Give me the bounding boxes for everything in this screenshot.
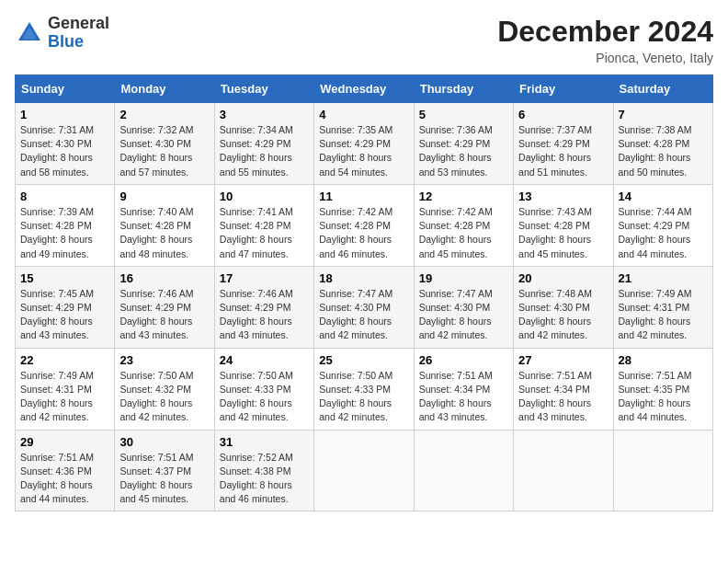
day-number: 22 <box>20 353 109 367</box>
day-number: 24 <box>220 353 309 367</box>
col-header-tuesday: Tuesday <box>214 75 313 103</box>
day-number: 27 <box>518 353 608 367</box>
day-cell: 23Sunrise: 7:50 AMSunset: 4:32 PMDayligh… <box>115 348 214 430</box>
day-number: 6 <box>518 108 608 121</box>
day-cell: 5Sunrise: 7:36 AMSunset: 4:29 PMDaylight… <box>414 103 513 185</box>
col-header-wednesday: Wednesday <box>314 75 414 103</box>
day-info: Sunrise: 7:36 AMSunset: 4:29 PMDaylight:… <box>419 123 508 179</box>
day-number: 2 <box>119 108 209 121</box>
day-cell: 15Sunrise: 7:45 AMSunset: 4:29 PMDayligh… <box>16 266 115 348</box>
day-cell: 17Sunrise: 7:46 AMSunset: 4:29 PMDayligh… <box>214 266 313 348</box>
day-info: Sunrise: 7:46 AMSunset: 4:29 PMDaylight:… <box>220 287 309 343</box>
day-info: Sunrise: 7:47 AMSunset: 4:30 PMDaylight:… <box>419 287 508 343</box>
day-info: Sunrise: 7:48 AMSunset: 4:30 PMDaylight:… <box>518 287 608 343</box>
day-info: Sunrise: 7:51 AMSunset: 4:34 PMDaylight:… <box>518 369 608 425</box>
day-cell: 29Sunrise: 7:51 AMSunset: 4:36 PMDayligh… <box>16 430 115 511</box>
day-number: 20 <box>518 271 608 285</box>
calendar-header-row: SundayMondayTuesdayWednesdayThursdayFrid… <box>16 75 713 103</box>
day-number: 19 <box>419 271 508 285</box>
day-cell: 6Sunrise: 7:37 AMSunset: 4:29 PMDaylight… <box>514 103 613 185</box>
col-header-monday: Monday <box>115 75 214 103</box>
day-info: Sunrise: 7:46 AMSunset: 4:29 PMDaylight:… <box>119 287 209 343</box>
day-info: Sunrise: 7:42 AMSunset: 4:28 PMDaylight:… <box>419 205 508 261</box>
day-cell: 14Sunrise: 7:44 AMSunset: 4:29 PMDayligh… <box>613 184 712 266</box>
day-cell: 27Sunrise: 7:51 AMSunset: 4:34 PMDayligh… <box>514 348 613 430</box>
day-cell: 13Sunrise: 7:43 AMSunset: 4:28 PMDayligh… <box>514 184 613 266</box>
day-cell <box>414 430 513 511</box>
day-cell: 8Sunrise: 7:39 AMSunset: 4:28 PMDaylight… <box>16 184 115 266</box>
day-cell: 1Sunrise: 7:31 AMSunset: 4:30 PMDaylight… <box>16 103 115 185</box>
day-info: Sunrise: 7:47 AMSunset: 4:30 PMDaylight:… <box>319 287 408 343</box>
day-number: 8 <box>20 190 109 203</box>
month-title: December 2024 <box>497 15 713 49</box>
location: Pionca, Veneto, Italy <box>497 51 713 65</box>
day-info: Sunrise: 7:42 AMSunset: 4:28 PMDaylight:… <box>319 205 408 261</box>
day-info: Sunrise: 7:50 AMSunset: 4:33 PMDaylight:… <box>220 369 309 425</box>
title-block: December 2024 Pionca, Veneto, Italy <box>497 15 713 65</box>
day-info: Sunrise: 7:40 AMSunset: 4:28 PMDaylight:… <box>119 205 209 261</box>
day-number: 14 <box>619 190 708 203</box>
day-number: 1 <box>20 108 109 121</box>
day-cell: 30Sunrise: 7:51 AMSunset: 4:37 PMDayligh… <box>115 430 214 511</box>
day-info: Sunrise: 7:51 AMSunset: 4:34 PMDaylight:… <box>419 369 508 425</box>
day-info: Sunrise: 7:31 AMSunset: 4:30 PMDaylight:… <box>20 123 109 179</box>
week-row-3: 15Sunrise: 7:45 AMSunset: 4:29 PMDayligh… <box>16 266 713 348</box>
day-cell: 16Sunrise: 7:46 AMSunset: 4:29 PMDayligh… <box>115 266 214 348</box>
day-cell: 2Sunrise: 7:32 AMSunset: 4:30 PMDaylight… <box>115 103 214 185</box>
day-number: 29 <box>20 435 109 449</box>
day-info: Sunrise: 7:38 AMSunset: 4:28 PMDaylight:… <box>619 123 708 179</box>
day-number: 21 <box>619 271 708 285</box>
day-info: Sunrise: 7:45 AMSunset: 4:29 PMDaylight:… <box>20 287 109 343</box>
day-cell: 24Sunrise: 7:50 AMSunset: 4:33 PMDayligh… <box>214 348 313 430</box>
day-number: 12 <box>419 190 508 203</box>
day-cell <box>514 430 613 511</box>
day-info: Sunrise: 7:51 AMSunset: 4:37 PMDaylight:… <box>119 451 209 507</box>
day-number: 11 <box>319 190 408 203</box>
day-cell: 3Sunrise: 7:34 AMSunset: 4:29 PMDaylight… <box>214 103 313 185</box>
day-cell: 21Sunrise: 7:49 AMSunset: 4:31 PMDayligh… <box>613 266 712 348</box>
day-info: Sunrise: 7:49 AMSunset: 4:31 PMDaylight:… <box>619 287 708 343</box>
week-row-1: 1Sunrise: 7:31 AMSunset: 4:30 PMDaylight… <box>16 103 713 185</box>
day-info: Sunrise: 7:52 AMSunset: 4:38 PMDaylight:… <box>220 451 309 507</box>
day-number: 26 <box>419 353 508 367</box>
logo-blue: Blue <box>48 33 109 52</box>
logo-icon <box>15 18 44 48</box>
day-cell: 4Sunrise: 7:35 AMSunset: 4:29 PMDaylight… <box>314 103 414 185</box>
col-header-saturday: Saturday <box>613 75 712 103</box>
day-number: 31 <box>220 435 309 449</box>
day-info: Sunrise: 7:32 AMSunset: 4:30 PMDaylight:… <box>119 123 209 179</box>
day-info: Sunrise: 7:51 AMSunset: 4:36 PMDaylight:… <box>20 451 109 507</box>
day-cell: 31Sunrise: 7:52 AMSunset: 4:38 PMDayligh… <box>214 430 313 511</box>
day-cell: 28Sunrise: 7:51 AMSunset: 4:35 PMDayligh… <box>613 348 712 430</box>
week-row-2: 8Sunrise: 7:39 AMSunset: 4:28 PMDaylight… <box>16 184 713 266</box>
day-number: 5 <box>419 108 508 121</box>
day-cell: 19Sunrise: 7:47 AMSunset: 4:30 PMDayligh… <box>414 266 513 348</box>
day-cell <box>613 430 712 511</box>
day-cell: 9Sunrise: 7:40 AMSunset: 4:28 PMDaylight… <box>115 184 214 266</box>
col-header-thursday: Thursday <box>414 75 513 103</box>
day-cell: 10Sunrise: 7:41 AMSunset: 4:28 PMDayligh… <box>214 184 313 266</box>
day-number: 3 <box>220 108 309 121</box>
day-cell <box>314 430 414 511</box>
day-number: 9 <box>119 190 209 203</box>
day-info: Sunrise: 7:50 AMSunset: 4:32 PMDaylight:… <box>119 369 209 425</box>
day-info: Sunrise: 7:50 AMSunset: 4:33 PMDaylight:… <box>319 369 408 425</box>
day-cell: 22Sunrise: 7:49 AMSunset: 4:31 PMDayligh… <box>16 348 115 430</box>
day-number: 28 <box>619 353 708 367</box>
day-info: Sunrise: 7:49 AMSunset: 4:31 PMDaylight:… <box>20 369 109 425</box>
day-number: 30 <box>119 435 209 449</box>
day-info: Sunrise: 7:35 AMSunset: 4:29 PMDaylight:… <box>319 123 408 179</box>
col-header-sunday: Sunday <box>16 75 115 103</box>
day-cell: 20Sunrise: 7:48 AMSunset: 4:30 PMDayligh… <box>514 266 613 348</box>
day-cell: 7Sunrise: 7:38 AMSunset: 4:28 PMDaylight… <box>613 103 712 185</box>
week-row-5: 29Sunrise: 7:51 AMSunset: 4:36 PMDayligh… <box>16 430 713 511</box>
day-cell: 18Sunrise: 7:47 AMSunset: 4:30 PMDayligh… <box>314 266 414 348</box>
day-number: 10 <box>220 190 309 203</box>
day-number: 4 <box>319 108 408 121</box>
day-cell: 26Sunrise: 7:51 AMSunset: 4:34 PMDayligh… <box>414 348 513 430</box>
logo: General Blue <box>15 15 109 52</box>
day-number: 25 <box>319 353 408 367</box>
day-cell: 25Sunrise: 7:50 AMSunset: 4:33 PMDayligh… <box>314 348 414 430</box>
day-info: Sunrise: 7:37 AMSunset: 4:29 PMDaylight:… <box>518 123 608 179</box>
day-cell: 11Sunrise: 7:42 AMSunset: 4:28 PMDayligh… <box>314 184 414 266</box>
